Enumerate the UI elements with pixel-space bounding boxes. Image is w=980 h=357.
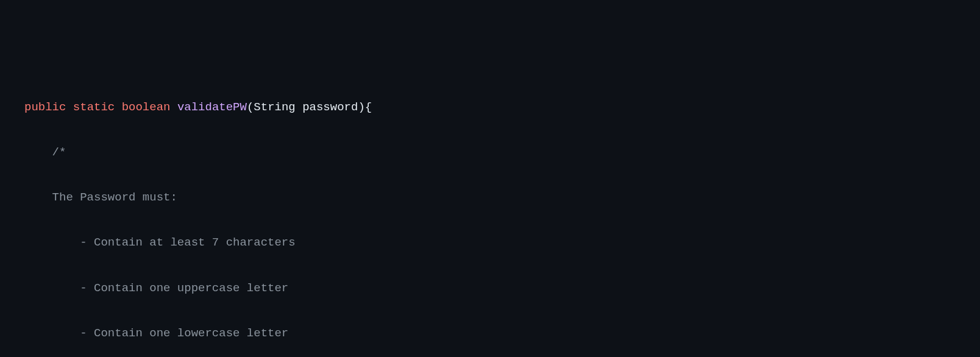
indent	[24, 146, 52, 159]
code-line-2: /*	[24, 141, 980, 164]
keyword-public: public	[24, 101, 66, 114]
function-name: validatePW	[177, 101, 247, 114]
rparen-brace: ){	[358, 101, 372, 114]
code-line-4: - Contain at least 7 characters	[24, 232, 980, 254]
comment-text: The Password must:	[52, 191, 177, 204]
comment-open: /*	[52, 146, 66, 159]
code-line-5: - Contain one uppercase letter	[24, 277, 980, 300]
indent	[24, 281, 80, 295]
indent	[24, 236, 80, 249]
space	[296, 101, 302, 114]
comment-text: - Contain one lowercase letter	[80, 327, 288, 340]
lparen: (	[247, 101, 254, 114]
code-line-3: The Password must:	[24, 186, 980, 209]
keyword-static: static	[73, 101, 115, 114]
param-type: String	[254, 101, 295, 114]
comment-text: - Contain at least 7 characters	[80, 236, 295, 249]
comment-text: - Contain one uppercase letter	[80, 281, 288, 295]
indent	[24, 191, 52, 204]
keyword-boolean: boolean	[122, 101, 171, 114]
param-name: password	[302, 101, 358, 114]
code-line-1: public static boolean validatePW(String …	[24, 96, 980, 119]
indent	[24, 327, 80, 340]
code-line-6: - Contain one lowercase letter	[24, 322, 980, 345]
